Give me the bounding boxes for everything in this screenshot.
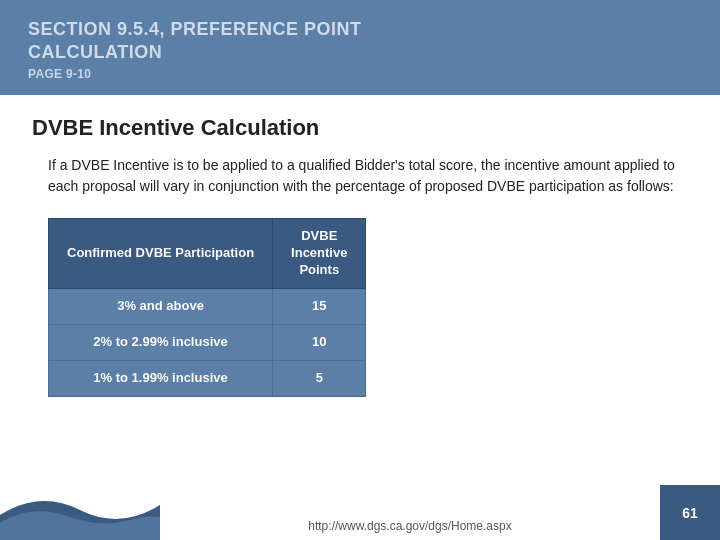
header-subtitle: PAGE 9-10	[28, 67, 692, 81]
slide-content: DVBE Incentive Calculation If a DVBE Inc…	[0, 95, 720, 540]
col2-header: DVBE Incentive Points	[273, 219, 366, 289]
table-container: Confirmed DVBE Participation DVBE Incent…	[32, 218, 688, 396]
footer-wave-svg	[0, 485, 160, 540]
table-row: 1% to 1.99% inclusive5	[49, 360, 366, 396]
slide-footer: http://www.dgs.ca.gov/dgs/Home.aspx 61	[0, 485, 720, 540]
points-cell: 5	[273, 360, 366, 396]
participation-cell: 3% and above	[49, 288, 273, 324]
section-heading: DVBE Incentive Calculation	[32, 115, 688, 141]
table-row: 3% and above15	[49, 288, 366, 324]
body-text: If a DVBE Incentive is to be applied to …	[32, 155, 688, 198]
slide: SECTION 9.5.4, PREFERENCE POINT CALCULAT…	[0, 0, 720, 540]
participation-cell: 2% to 2.99% inclusive	[49, 324, 273, 360]
points-cell: 15	[273, 288, 366, 324]
footer-page-number-box: 61	[660, 485, 720, 540]
slide-header: SECTION 9.5.4, PREFERENCE POINT CALCULAT…	[0, 0, 720, 95]
footer-url: http://www.dgs.ca.gov/dgs/Home.aspx	[308, 519, 511, 533]
col1-header: Confirmed DVBE Participation	[49, 219, 273, 289]
header-title: SECTION 9.5.4, PREFERENCE POINT CALCULAT…	[28, 18, 692, 65]
dvbe-table: Confirmed DVBE Participation DVBE Incent…	[48, 218, 366, 396]
footer-center: http://www.dgs.ca.gov/dgs/Home.aspx	[160, 516, 660, 540]
participation-cell: 1% to 1.99% inclusive	[49, 360, 273, 396]
points-cell: 10	[273, 324, 366, 360]
table-row: 2% to 2.99% inclusive10	[49, 324, 366, 360]
footer-left-decoration	[0, 485, 160, 540]
footer-page-number: 61	[682, 505, 698, 521]
